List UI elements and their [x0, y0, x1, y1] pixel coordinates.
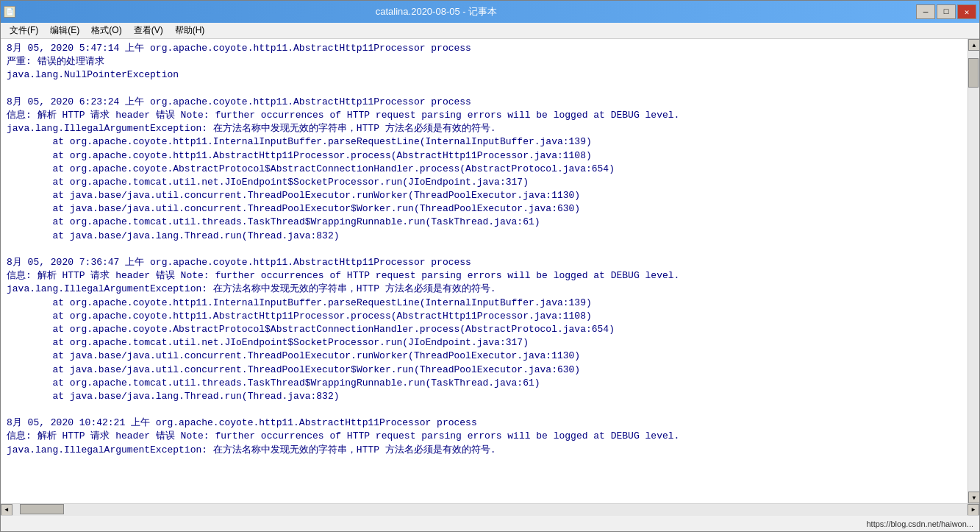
vertical-scrollbar[interactable]: ▲ ▼ — [968, 39, 979, 503]
menu-format[interactable]: 格式(O) — [85, 23, 127, 38]
scroll-right-button[interactable]: ► — [968, 504, 979, 516]
horizontal-scrollbar[interactable]: ◄ ► — [1, 503, 979, 515]
status-bar: https://blog.csdn.net/haiwon... — [1, 515, 979, 531]
scroll-track-h[interactable] — [12, 504, 968, 516]
scroll-track-v[interactable] — [968, 51, 979, 492]
menu-bar: 文件(F) 编辑(E) 格式(O) 查看(V) 帮助(H) — [1, 23, 979, 39]
title-bar-left: 📄 — [4, 6, 15, 18]
scroll-down-button[interactable]: ▼ — [968, 492, 979, 503]
scroll-up-button[interactable]: ▲ — [968, 39, 979, 51]
scroll-thumb-h[interactable] — [20, 504, 64, 514]
app-icon: 📄 — [4, 6, 15, 18]
main-window: 📄 catalina.2020-08-05 - 记事本 — □ ✕ 文件(F) … — [0, 0, 980, 532]
menu-help[interactable]: 帮助(H) — [169, 23, 211, 38]
scroll-thumb-v[interactable] — [968, 58, 979, 88]
content-area: 8月 05, 2020 5:47:14 上午 org.apache.coyote… — [1, 39, 979, 503]
status-url: https://blog.csdn.net/haiwon... — [866, 519, 973, 528]
title-bar: 📄 catalina.2020-08-05 - 记事本 — □ ✕ — [1, 1, 979, 23]
text-editor[interactable]: 8月 05, 2020 5:47:14 上午 org.apache.coyote… — [1, 39, 968, 503]
minimize-button[interactable]: — — [916, 4, 935, 19]
scroll-left-button[interactable]: ◄ — [1, 504, 12, 516]
bottom-area: ◄ ► https://blog.csdn.net/haiwon... — [1, 503, 979, 531]
window-title: catalina.2020-08-05 - 记事本 — [15, 5, 857, 18]
menu-file[interactable]: 文件(F) — [4, 23, 44, 38]
menu-edit[interactable]: 编辑(E) — [44, 23, 85, 38]
close-button[interactable]: ✕ — [957, 4, 976, 19]
maximize-button[interactable]: □ — [937, 4, 956, 19]
title-bar-buttons: — □ ✕ — [916, 4, 976, 19]
menu-view[interactable]: 查看(V) — [128, 23, 169, 38]
